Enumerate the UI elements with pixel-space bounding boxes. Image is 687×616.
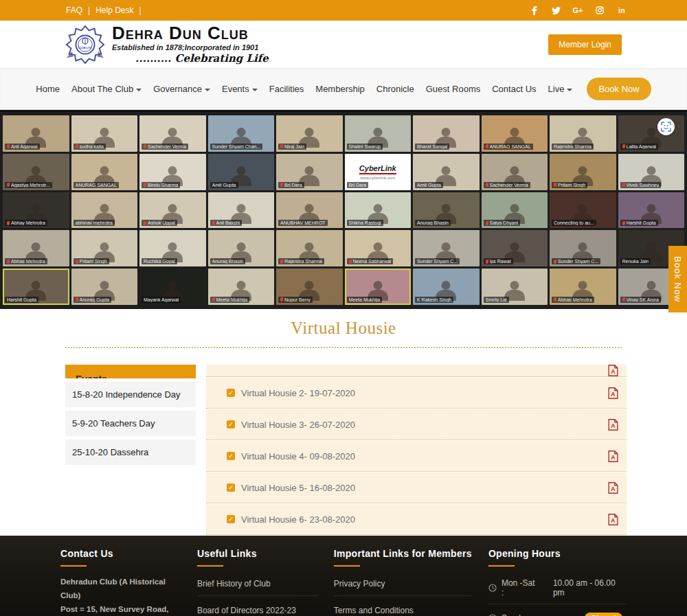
participant-name: Shikha Rastogi <box>349 220 381 225</box>
housie-row[interactable]: A <box>206 365 627 377</box>
video-tile: Lalita Agarwal <box>618 115 685 152</box>
separator: | <box>139 5 142 15</box>
nav-item-contact-us[interactable]: Contact Us <box>492 84 536 94</box>
important-link[interactable]: Privacy Policy <box>334 575 472 596</box>
important-link[interactable]: Terms and Conditions <box>334 602 472 616</box>
heading-underline <box>488 565 515 567</box>
faq-link[interactable]: FAQ <box>66 5 82 15</box>
main-content: Events 15-8-20 Independence Day5-9-20 Te… <box>0 348 687 536</box>
mic-muted-icon <box>7 260 10 264</box>
video-tile: Mayank Agarwal <box>139 269 206 305</box>
pdf-download-icon[interactable]: A <box>608 450 618 462</box>
participant-name-chip: Sunder Shyam Chan... <box>210 144 263 150</box>
participant-name: Brj Dara <box>284 183 302 187</box>
mic-muted-icon <box>622 144 625 148</box>
scan-icon <box>661 122 671 132</box>
participant-name: Shalini Swarup <box>349 144 381 149</box>
event-item[interactable]: 5-9-20 Teachers Day <box>65 411 196 436</box>
housie-row[interactable]: ✓Virtual Housie 6- 23-08-2020A <box>206 504 627 535</box>
video-tile: Niraj Jain <box>276 115 343 152</box>
google-plus-icon[interactable]: G+ <box>573 5 583 15</box>
pdf-download-icon[interactable]: A <box>608 514 618 525</box>
participant-name-chip: Neena Sabharwal <box>347 258 394 264</box>
participant-name-chip: Bharat Sangal <box>415 144 449 150</box>
housie-row[interactable]: ✓Virtual Housie 5- 16-08-2020A <box>206 472 627 503</box>
mic-muted-icon <box>486 260 488 264</box>
nav-item-membership[interactable]: Membership <box>315 84 365 94</box>
nav-item-home[interactable]: Home <box>36 84 60 94</box>
participant-name-chip: Agastya Mehrotr... <box>5 182 52 188</box>
nav-item-label: Events <box>222 84 249 94</box>
pdf-download-icon[interactable]: A <box>608 365 618 376</box>
help-desk-link[interactable]: Help Desk <box>95 5 133 15</box>
accessibility-scan-button[interactable] <box>657 118 675 135</box>
footer-hours-heading: Opening Hours <box>488 548 627 559</box>
nav-item-facilities[interactable]: Facilities <box>269 84 304 94</box>
useful-link[interactable]: Brief History of Club <box>197 575 317 596</box>
social-icons: G+in <box>529 5 627 15</box>
housie-row[interactable]: ✓Virtual Housie 2- 19-07-2020A <box>206 378 627 409</box>
housie-row[interactable]: ✓Virtual Housie 4- 09-08-2020A <box>206 441 627 472</box>
mic-muted-icon <box>144 183 146 187</box>
opening-hours-row: Sunday :Closed <box>488 609 627 616</box>
participant-name-chip: Sunder Shyam C... <box>552 258 600 264</box>
mic-muted-icon <box>212 297 215 301</box>
mic-muted-icon <box>622 297 625 301</box>
book-now-side-tab[interactable]: Book Now <box>668 246 687 312</box>
useful-links-list: Brief History of ClubBoard of Directors … <box>197 575 317 616</box>
pdf-download-icon[interactable]: A <box>608 387 618 399</box>
chevron-down-icon <box>567 89 572 91</box>
nav-item-label: Live <box>548 84 565 94</box>
opening-hours-row: Mon -Sat :10.00 am - 06.00 pm <box>488 575 627 604</box>
video-tile: Pritam Singh <box>71 230 138 266</box>
participant-name: Neena Sabharwal <box>353 259 392 264</box>
pdf-download-icon[interactable]: A <box>608 419 618 431</box>
participant-name-chip: Anurag Bhasin <box>210 258 246 264</box>
brand[interactable]: CLUB LTD. Dehra Dun Club Established in … <box>65 24 269 65</box>
events-sidebar: Events 15-8-20 Independence Day5-9-20 Te… <box>65 365 196 536</box>
svg-text:A: A <box>611 368 615 375</box>
participant-name-chip: Satya Dhyani <box>484 220 521 226</box>
heading-underline <box>197 565 223 567</box>
nav-item-about-the-club[interactable]: About The Club <box>71 84 142 94</box>
mic-muted-icon <box>486 183 488 187</box>
twitter-icon[interactable] <box>551 5 561 15</box>
video-tile: Amit Gupta <box>413 154 480 190</box>
video-tile: Anil Agarwal <box>3 115 69 152</box>
linkedin-icon[interactable]: in <box>617 5 627 15</box>
events-sidebar-header: Events <box>65 365 196 378</box>
useful-link[interactable]: Board of Directors 2022-23 <box>197 602 317 616</box>
participant-name: Ashok Uppal <box>148 220 175 225</box>
video-tile: abhinav mehrotra <box>71 192 138 229</box>
address-line: Dehradun Club (A Historical Club) <box>60 575 181 602</box>
nav-item-label: Facilities <box>269 84 304 94</box>
facebook-icon[interactable] <box>529 5 539 15</box>
housie-row[interactable]: ✓Virtual Housie 3- 26-07-2020A <box>206 409 627 440</box>
mic-muted-icon <box>144 221 146 225</box>
nav-item-events[interactable]: Events <box>222 84 258 94</box>
housie-row-label: Virtual Housie 6- 23-08-2020 <box>241 514 608 525</box>
nav-item-guest-rooms[interactable]: Guest Rooms <box>426 84 480 94</box>
video-tile: Smrity Lal <box>482 269 548 305</box>
participant-name-chip: ANURAG SANGAL <box>484 144 533 150</box>
nav-item-live[interactable]: Live <box>548 84 573 94</box>
video-tile: Nupur Berry <box>276 269 343 305</box>
video-tile: Sunder Shyam C... <box>550 230 616 266</box>
participant-name: Ips Rawat <box>490 259 511 264</box>
instagram-icon[interactable] <box>595 5 605 15</box>
participant-name: Bharat Sangal <box>417 144 447 149</box>
footer-useful-heading: Useful Links <box>197 548 317 559</box>
book-now-button[interactable]: Book Now <box>587 78 651 100</box>
events-sidebar-header-label: Events <box>76 374 107 378</box>
participant-name-chip: Sachender Verma <box>142 144 188 150</box>
participant-name: Abhas Mehrotra <box>11 259 45 264</box>
participant-name: Harshit Gupta <box>627 220 656 225</box>
nav-item-governance[interactable]: Governance <box>153 84 210 94</box>
event-item[interactable]: 25-10-20 Dassehra <box>65 440 196 465</box>
svg-text:A: A <box>611 517 615 524</box>
pdf-download-icon[interactable]: A <box>608 482 618 494</box>
hours-list: Mon -Sat :10.00 am - 06.00 pmSunday :Clo… <box>488 575 627 616</box>
member-login-button[interactable]: Member Login <box>548 34 622 55</box>
nav-item-chronicle[interactable]: Chronicle <box>376 84 414 94</box>
event-item[interactable]: 15-8-20 Independence Day <box>65 382 196 407</box>
